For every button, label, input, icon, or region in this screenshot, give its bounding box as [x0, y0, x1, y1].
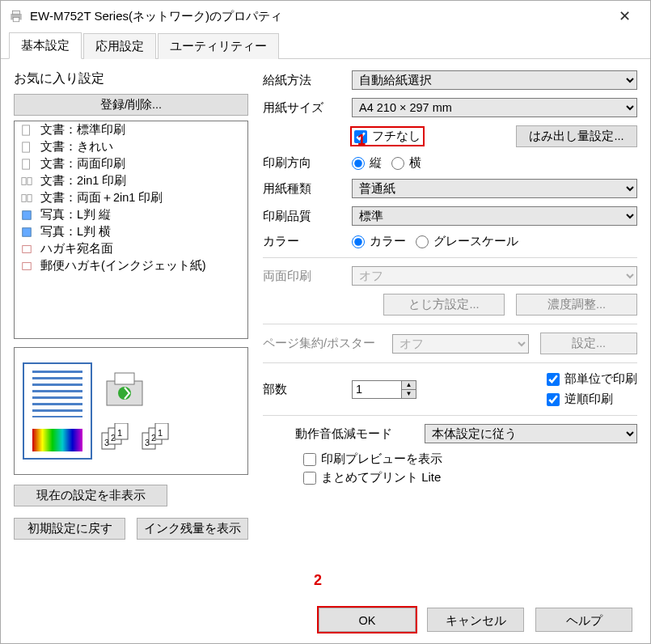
svg-rect-10: [23, 210, 32, 219]
nup-select: オフ: [392, 334, 529, 354]
preview-box: 321 321: [14, 347, 248, 475]
svg-text:1: 1: [158, 428, 163, 438]
quality-label: 印刷品質: [263, 209, 352, 224]
media-type-label: 用紙種類: [263, 181, 352, 197]
list-item[interactable]: 文書：両面＋2in1 印刷: [15, 189, 247, 206]
tabstrip: 基本設定 応用設定 ユーティリティー: [1, 32, 650, 59]
chevron-up-icon[interactable]: ▲: [401, 381, 416, 389]
list-item[interactable]: 郵便ハガキ(インクジェット紙): [15, 257, 247, 274]
list-item[interactable]: 写真：L判 縦: [15, 206, 247, 223]
paper-size-label: 用紙サイズ: [263, 100, 352, 116]
cancel-button[interactable]: キャンセル: [427, 608, 524, 632]
collate-checkbox[interactable]: 部単位で印刷: [547, 371, 637, 387]
doc-icon: [19, 142, 34, 153]
presets-title: お気に入り設定: [14, 70, 248, 87]
list-item[interactable]: 文書：標準印刷: [15, 121, 247, 138]
photo-icon: [19, 227, 34, 238]
svg-rect-9: [27, 194, 32, 201]
nup-icon: [19, 193, 34, 204]
preview-document-icon: [23, 362, 92, 460]
batch-print-checkbox[interactable]: まとめてプリント Lite: [303, 470, 441, 485]
svg-rect-6: [22, 177, 26, 184]
svg-rect-3: [23, 125, 30, 134]
ink-levels-button[interactable]: インク残量を表示: [137, 518, 248, 540]
list-item[interactable]: ハガキ宛名面: [15, 240, 247, 257]
collate-icon: 321: [141, 423, 173, 451]
svg-rect-1: [13, 11, 20, 15]
svg-rect-7: [27, 177, 32, 184]
tab-advanced[interactable]: 応用設定: [83, 33, 156, 59]
paper-size-select[interactable]: A4 210 × 297 mm: [352, 98, 637, 117]
printer-icon: [9, 9, 23, 23]
window-title: EW-M752T Series(ネットワーク)のプロパティ: [30, 9, 607, 24]
orientation-portrait-radio[interactable]: 縦: [352, 155, 382, 171]
quiet-mode-select[interactable]: 本体設定に従う: [425, 424, 637, 443]
color-gray-radio[interactable]: グレースケール: [416, 234, 518, 249]
svg-rect-11: [23, 227, 32, 236]
ok-button[interactable]: OK: [319, 608, 416, 632]
titlebar: EW-M752T Series(ネットワーク)のプロパティ ✕: [1, 1, 650, 32]
orientation-label: 印刷方向: [263, 155, 352, 171]
bleed-settings-button[interactable]: はみ出し量設定...: [516, 125, 637, 147]
svg-rect-5: [23, 159, 30, 168]
duplex-select: オフ: [352, 266, 637, 286]
duplex-label: 両面印刷: [263, 269, 352, 284]
photo-icon: [19, 210, 34, 221]
copies-stepper[interactable]: ▲▼: [352, 380, 416, 399]
copies-label: 部数: [263, 382, 352, 397]
postcard-icon: [19, 244, 34, 255]
annotation-marker-1: 1: [357, 132, 366, 149]
doc-icon: [19, 159, 34, 170]
quiet-mode-label: 動作音低減モード: [263, 426, 425, 442]
svg-text:1: 1: [117, 428, 122, 438]
svg-rect-4: [23, 142, 30, 151]
svg-rect-13: [23, 262, 32, 269]
restore-defaults-button[interactable]: 初期設定に戻す: [14, 518, 125, 540]
color-color-radio[interactable]: カラー: [352, 234, 406, 249]
svg-rect-2: [13, 18, 19, 22]
print-preview-checkbox[interactable]: 印刷プレビューを表示: [303, 451, 442, 467]
paper-source-select[interactable]: 自動給紙選択: [352, 70, 637, 90]
close-button[interactable]: ✕: [607, 1, 642, 32]
help-button[interactable]: ヘルプ: [535, 608, 632, 632]
tab-basic[interactable]: 基本設定: [9, 32, 82, 59]
hide-current-button[interactable]: 現在の設定を非表示: [14, 485, 167, 506]
svg-rect-12: [23, 245, 32, 252]
list-item[interactable]: 文書：2in1 印刷: [15, 172, 247, 189]
color-label: カラー: [263, 234, 352, 249]
svg-rect-15: [115, 373, 134, 384]
list-item[interactable]: 文書：きれい: [15, 138, 247, 155]
doc-icon: [19, 125, 34, 136]
collate-icon: 321: [100, 423, 133, 451]
postcard-icon: [19, 261, 34, 272]
chevron-down-icon[interactable]: ▼: [401, 389, 416, 398]
printer-preview-icon: [100, 371, 149, 415]
annotation-marker-2: 2: [314, 572, 322, 589]
media-type-select[interactable]: 普通紙: [352, 179, 637, 198]
preset-list[interactable]: 文書：標準印刷 文書：きれい 文書：両面印刷 文書：2in1 印刷 文書：両面＋…: [14, 121, 248, 339]
reverse-checkbox[interactable]: 逆順印刷: [547, 392, 637, 407]
list-item[interactable]: 写真：L判 横: [15, 223, 247, 240]
register-delete-button[interactable]: 登録/削除...: [14, 94, 248, 116]
list-item[interactable]: 文書：両面印刷: [15, 155, 247, 172]
nup-settings-button: 設定...: [540, 333, 637, 354]
orientation-landscape-radio[interactable]: 横: [391, 155, 421, 171]
nup-icon: [19, 176, 34, 187]
density-button: 濃度調整...: [516, 294, 637, 316]
tab-utility[interactable]: ユーティリティー: [158, 33, 279, 59]
paper-source-label: 給紙方法: [263, 73, 352, 88]
svg-rect-8: [22, 194, 26, 201]
copies-input[interactable]: [353, 381, 401, 398]
binding-button: とじ方設定...: [383, 294, 505, 316]
quality-select[interactable]: 標準: [352, 206, 637, 226]
nup-label: ページ集約/ポスター: [263, 336, 392, 351]
